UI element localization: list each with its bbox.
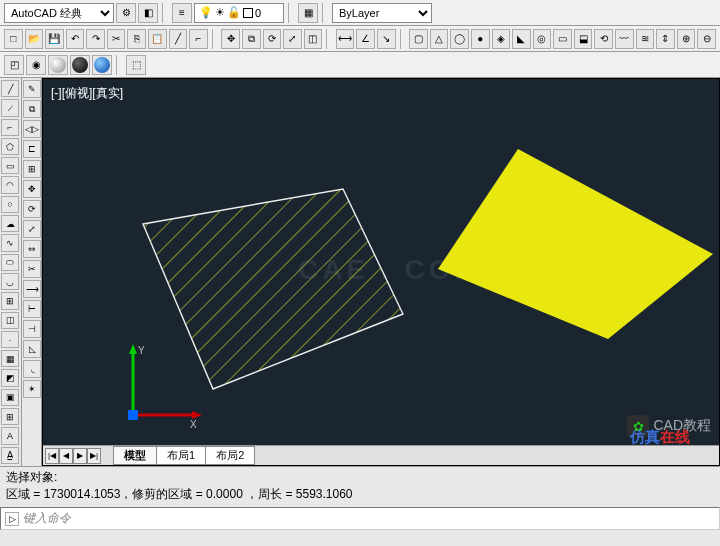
explode-tool-icon[interactable]: ✶: [23, 380, 41, 398]
break-tool-icon[interactable]: ⊢: [23, 300, 41, 318]
ellipse-tool-icon[interactable]: ⬭: [1, 254, 19, 271]
match-props-icon[interactable]: ▦: [298, 3, 318, 23]
line-tool-icon[interactable]: ╱: [1, 80, 19, 97]
scale-icon[interactable]: ⤢: [283, 29, 302, 49]
hatch-tool-icon[interactable]: ▦: [1, 350, 19, 367]
arc-tool-icon[interactable]: ◠: [1, 176, 19, 193]
svg-text:X: X: [190, 419, 197, 430]
layer-color-swatch: [243, 8, 253, 18]
paste-icon[interactable]: 📋: [148, 29, 167, 49]
workspace-dropdown[interactable]: AutoCAD 经典: [4, 3, 114, 23]
table-tool-icon[interactable]: ⊞: [1, 408, 19, 425]
revcloud-tool-icon[interactable]: ☁: [1, 215, 19, 232]
separator: [116, 55, 122, 75]
mtext-tool-icon[interactable]: A: [1, 427, 19, 444]
command-input[interactable]: ▷ 键入命令: [0, 507, 720, 530]
mirror-tool-icon[interactable]: ◁▷: [23, 120, 41, 138]
revolve-icon[interactable]: ⟲: [594, 29, 613, 49]
render-gray-icon[interactable]: [48, 55, 68, 75]
scale-tool-icon[interactable]: ⤢: [23, 220, 41, 238]
circle-tool-icon[interactable]: ○: [1, 196, 19, 213]
extend-tool-icon[interactable]: ⟶: [23, 280, 41, 298]
rect-tool-icon[interactable]: ▭: [1, 157, 19, 174]
tab-first-icon[interactable]: |◀: [45, 448, 59, 464]
bulb-icon: 💡: [199, 6, 213, 19]
copy2-icon[interactable]: ⧉: [242, 29, 261, 49]
cut-icon[interactable]: ✂: [107, 29, 126, 49]
union-icon[interactable]: ⊕: [677, 29, 696, 49]
new-icon[interactable]: □: [4, 29, 23, 49]
top-toolbar-1: AutoCAD 经典 ⚙ ◧ ≡ 💡 ☀ 🔓 0 ▦ ByLayer: [0, 0, 720, 26]
dim-linear-icon[interactable]: ⟷: [336, 29, 355, 49]
rotate-icon[interactable]: ⟳: [263, 29, 282, 49]
polysolid-icon[interactable]: ▭: [553, 29, 572, 49]
sweep-icon[interactable]: 〰: [615, 29, 634, 49]
view-iso-icon[interactable]: ⬚: [126, 55, 146, 75]
rotate-tool-icon[interactable]: ⟳: [23, 200, 41, 218]
move-tool-icon[interactable]: ✥: [23, 180, 41, 198]
redo-icon[interactable]: ↷: [86, 29, 105, 49]
addsel-tool-icon[interactable]: A̲: [1, 447, 19, 464]
modify-toolbar: ✎ ⧉ ◁▷ ⊏ ⊞ ✥ ⟳ ⤢ ⇔ ✂ ⟶ ⊢ ⊣ ◺ ◟ ✶: [22, 78, 42, 466]
extrude-icon[interactable]: ⬓: [574, 29, 593, 49]
stretch-tool-icon[interactable]: ⇔: [23, 240, 41, 258]
layer-props-icon[interactable]: ≡: [172, 3, 192, 23]
undo-icon[interactable]: ↶: [66, 29, 85, 49]
box-icon[interactable]: ▢: [409, 29, 428, 49]
region-tool-icon[interactable]: ▣: [1, 389, 19, 406]
viewport-label[interactable]: [-][俯视][真实]: [51, 85, 123, 102]
fillet-tool-icon[interactable]: ◟: [23, 360, 41, 378]
spline-tool-icon[interactable]: ∿: [1, 234, 19, 251]
chamfer-tool-icon[interactable]: ◺: [23, 340, 41, 358]
sphere-icon[interactable]: ●: [471, 29, 490, 49]
dim-angular-icon[interactable]: ∠: [356, 29, 375, 49]
tab-layout2[interactable]: 布局2: [205, 446, 255, 465]
insert-tool-icon[interactable]: ⊞: [1, 292, 19, 309]
join-tool-icon[interactable]: ⊣: [23, 320, 41, 338]
tab-last-icon[interactable]: ▶|: [87, 448, 101, 464]
loft-icon[interactable]: ≋: [636, 29, 655, 49]
move-icon[interactable]: ✥: [221, 29, 240, 49]
line-icon[interactable]: ╱: [169, 29, 188, 49]
cylinder-icon[interactable]: ◯: [450, 29, 469, 49]
view-cube-icon[interactable]: ◰: [4, 55, 24, 75]
open-icon[interactable]: 📂: [25, 29, 44, 49]
subtract-icon[interactable]: ⊖: [697, 29, 716, 49]
workspace-save-icon[interactable]: ◧: [138, 3, 158, 23]
ellarc-tool-icon[interactable]: ◡: [1, 273, 19, 290]
copy-tool-icon[interactable]: ⧉: [23, 100, 41, 118]
block-tool-icon[interactable]: ◫: [1, 312, 19, 329]
point-tool-icon[interactable]: ·: [1, 331, 19, 348]
trim-tool-icon[interactable]: ✂: [23, 260, 41, 278]
polygon-tool-icon[interactable]: ⬠: [1, 138, 19, 155]
presspull-icon[interactable]: ⇕: [656, 29, 675, 49]
erase-tool-icon[interactable]: ✎: [23, 80, 41, 98]
pline-icon[interactable]: ⌐: [189, 29, 208, 49]
array-tool-icon[interactable]: ⊞: [23, 160, 41, 178]
layer-state-dropdown[interactable]: 💡 ☀ 🔓 0: [194, 3, 284, 23]
view-orbit-icon[interactable]: ◉: [26, 55, 46, 75]
drawing-canvas[interactable]: [-][俯视][真实] CAE . COM Y X: [42, 78, 720, 466]
mirror-icon[interactable]: ◫: [304, 29, 323, 49]
tab-next-icon[interactable]: ▶: [73, 448, 87, 464]
torus-icon[interactable]: ◎: [533, 29, 552, 49]
separator: [400, 29, 406, 49]
pyramid-icon[interactable]: ◈: [492, 29, 511, 49]
tab-model[interactable]: 模型: [113, 446, 157, 465]
pline-tool-icon[interactable]: ⌐: [1, 119, 19, 136]
tab-prev-icon[interactable]: ◀: [59, 448, 73, 464]
save-icon[interactable]: 💾: [45, 29, 64, 49]
offset-tool-icon[interactable]: ⊏: [23, 140, 41, 158]
render-blue-icon[interactable]: [92, 55, 112, 75]
top-toolbar-2: □ 📂 💾 ↶ ↷ ✂ ⎘ 📋 ╱ ⌐ ✥ ⧉ ⟳ ⤢ ◫ ⟷ ∠ ↘ ▢ △ …: [0, 26, 720, 52]
tab-layout1[interactable]: 布局1: [156, 446, 206, 465]
leader-icon[interactable]: ↘: [377, 29, 396, 49]
cone-icon[interactable]: △: [430, 29, 449, 49]
workspace-settings-icon[interactable]: ⚙: [116, 3, 136, 23]
color-bylayer-dropdown[interactable]: ByLayer: [332, 3, 432, 23]
xline-tool-icon[interactable]: ⟋: [1, 99, 19, 116]
gradient-tool-icon[interactable]: ◩: [1, 369, 19, 386]
copy-icon[interactable]: ⎘: [127, 29, 146, 49]
wedge-icon[interactable]: ◣: [512, 29, 531, 49]
render-black-icon[interactable]: [70, 55, 90, 75]
